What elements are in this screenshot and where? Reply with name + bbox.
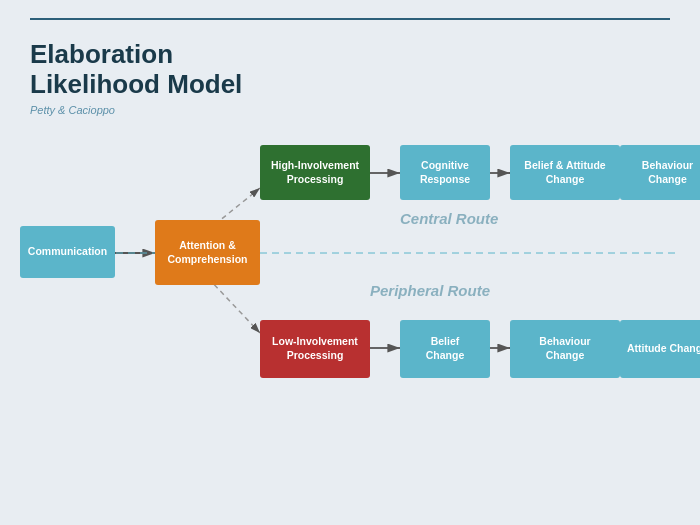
peripheral-route-label: Peripheral Route (370, 282, 490, 299)
central-route-label: Central Route (400, 210, 498, 227)
top-line (30, 18, 670, 20)
full-diagram: Communication Attention &Comprehension H… (20, 120, 690, 515)
fd-behaviour-change-bottom: BehaviourChange (510, 320, 620, 378)
fd-attention: Attention &Comprehension (155, 220, 260, 285)
svg-line-15 (208, 278, 260, 333)
title-section: Elaboration Likelihood Model Petty & Cac… (30, 40, 670, 116)
title: Elaboration Likelihood Model (30, 40, 670, 100)
fd-belief-change: BeliefChange (400, 320, 490, 378)
fd-low-involvement: Low-InvolvementProcessing (260, 320, 370, 378)
fd-attitude-change: Attitude Change (620, 320, 700, 378)
fd-high-involvement: High-InvolvementProcessing (260, 145, 370, 200)
fd-belief-attitude: Belief & AttitudeChange (510, 145, 620, 200)
fd-communication: Communication (20, 226, 115, 278)
author-label: Petty & Cacioppo (30, 104, 670, 116)
fd-cognitive-response: CognitiveResponse (400, 145, 490, 200)
fd-behaviour-change-top: Behaviour Change (620, 145, 700, 200)
